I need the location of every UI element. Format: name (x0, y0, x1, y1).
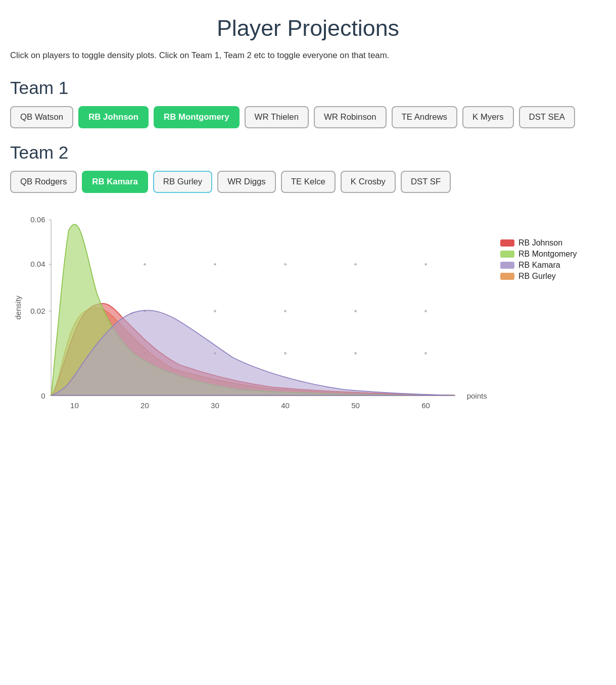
chart-legend: RB JohnsonRB MontgomeryRB KamaraRB Gurle… (500, 238, 577, 283)
svg-text:0.02: 0.02 (30, 307, 45, 315)
team1-player-buttons: QB WatsonRB JohnsonRB MontgomeryWR Thiel… (10, 106, 606, 128)
player-btn-rb-montgomery[interactable]: RB Montgomery (154, 106, 240, 128)
player-btn-dst-sea[interactable]: DST SEA (519, 106, 576, 128)
page-title: Player Projections (10, 15, 606, 41)
density-chart: 0.06 0.04 0.02 0 10 20 30 40 (10, 208, 490, 430)
svg-point-18 (424, 310, 427, 313)
team2-title[interactable]: Team 2 (10, 142, 606, 163)
player-btn-rb-kamara[interactable]: RB Kamara (82, 171, 148, 193)
svg-point-9 (144, 263, 146, 266)
player-btn-dst-sf[interactable]: DST SF (401, 171, 451, 193)
svg-point-11 (284, 263, 287, 266)
team1-section: Team 1 QB WatsonRB JohnsonRB MontgomeryW… (10, 78, 606, 128)
svg-point-21 (284, 352, 287, 355)
legend-label: RB Kamara (518, 261, 560, 270)
svg-point-23 (424, 352, 427, 355)
player-btn-te-andrews[interactable]: TE Andrews (392, 106, 457, 128)
legend-color-swatch (500, 262, 514, 269)
player-btn-te-kelce[interactable]: TE Kelce (281, 171, 336, 193)
team2-section: Team 2 QB RodgersRB KamaraRB GurleyWR Di… (10, 142, 606, 193)
svg-text:0.04: 0.04 (30, 260, 45, 268)
legend-item: RB Montgomery (500, 250, 577, 259)
legend-color-swatch (500, 251, 514, 258)
player-btn-qb-watson[interactable]: QB Watson (10, 106, 73, 128)
team1-title[interactable]: Team 1 (10, 78, 606, 98)
svg-point-13 (424, 263, 427, 266)
legend-label: RB Gurley (518, 272, 556, 281)
svg-point-16 (284, 310, 287, 313)
svg-text:40: 40 (281, 401, 290, 410)
svg-point-10 (214, 263, 216, 266)
legend-label: RB Montgomery (518, 250, 577, 259)
svg-text:0.06: 0.06 (30, 215, 45, 224)
legend-label: RB Johnson (518, 238, 562, 248)
svg-text:30: 30 (211, 401, 219, 410)
svg-text:density: density (14, 296, 22, 320)
player-btn-rb-johnson[interactable]: RB Johnson (78, 106, 149, 128)
svg-point-15 (214, 310, 216, 313)
chart-area: 0.06 0.04 0.02 0 10 20 30 40 (10, 208, 606, 430)
player-btn-rb-gurley[interactable]: RB Gurley (153, 171, 212, 193)
player-btn-k-crosby[interactable]: K Crosby (341, 171, 396, 193)
svg-text:10: 10 (70, 401, 79, 410)
svg-point-22 (354, 352, 357, 355)
team2-player-buttons: QB RodgersRB KamaraRB GurleyWR DiggsTE K… (10, 171, 606, 193)
legend-item: RB Gurley (500, 272, 577, 281)
svg-point-12 (354, 263, 357, 266)
svg-text:0: 0 (41, 392, 45, 400)
svg-text:60: 60 (421, 401, 430, 410)
player-btn-k-myers[interactable]: K Myers (462, 106, 514, 128)
legend-color-swatch (500, 239, 514, 247)
svg-text:20: 20 (140, 401, 149, 410)
legend-item: RB Kamara (500, 261, 577, 270)
instructions-text: Click on players to toggle density plots… (10, 49, 606, 62)
legend-item: RB Johnson (500, 238, 577, 248)
player-btn-qb-rodgers[interactable]: QB Rodgers (10, 171, 77, 193)
svg-text:50: 50 (351, 401, 360, 410)
player-btn-wr-robinson[interactable]: WR Robinson (314, 106, 387, 128)
svg-text:points: points (467, 392, 487, 400)
legend-color-swatch (500, 273, 514, 280)
player-btn-wr-thielen[interactable]: WR Thielen (245, 106, 309, 128)
player-btn-wr-diggs[interactable]: WR Diggs (217, 171, 276, 193)
svg-point-17 (354, 310, 357, 313)
